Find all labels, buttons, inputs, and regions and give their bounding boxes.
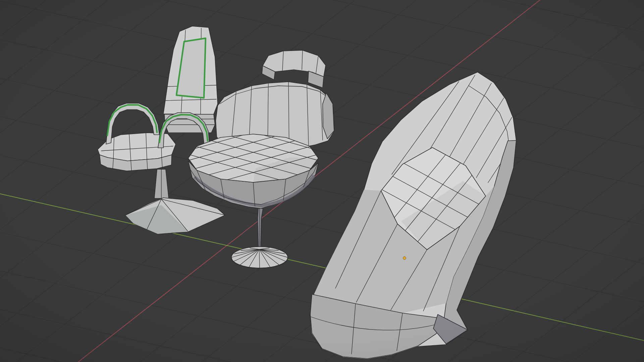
viewport-3d[interactable] bbox=[0, 0, 644, 362]
origin-point bbox=[403, 257, 406, 260]
